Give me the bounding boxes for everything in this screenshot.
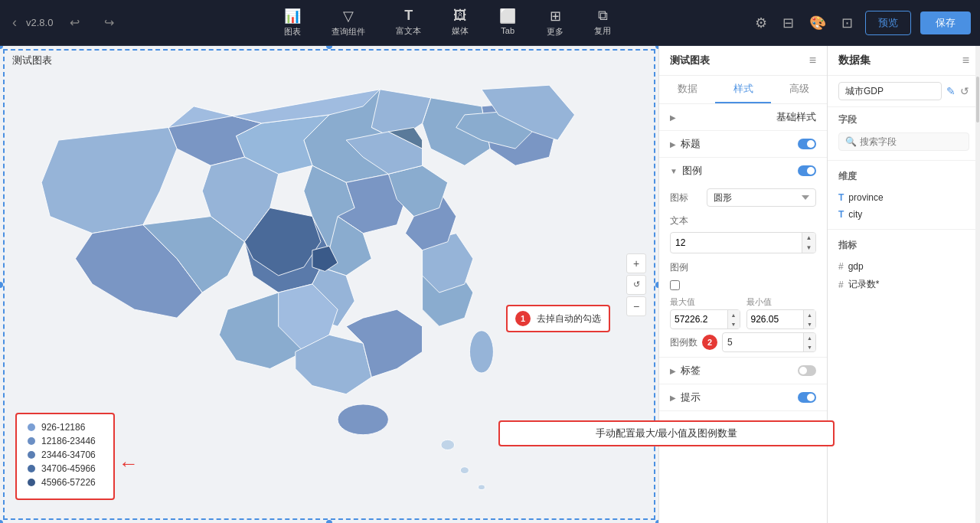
- legend-item-1: 926-12186: [28, 422, 103, 433]
- section-basic-style-header[interactable]: ▶ 基础样式: [659, 104, 827, 130]
- minmax-row: 最大值 ▲ ▼ 最小值: [670, 296, 816, 329]
- toolbar-media-label: 媒体: [452, 25, 469, 37]
- back-button[interactable]: ‹: [9, 11, 20, 34]
- redo-button[interactable]: ↪: [100, 12, 119, 33]
- zoom-out-button[interactable]: −: [626, 296, 646, 316]
- text-spin-down[interactable]: ▼: [802, 243, 815, 253]
- toolbar-tab[interactable]: ⬜ Tab: [493, 5, 522, 41]
- handle-tl[interactable]: [0, 46, 3, 49]
- toolbar-richtext[interactable]: T 富文本: [390, 5, 427, 41]
- toolbar-more[interactable]: ⊞ 更多: [541, 5, 570, 41]
- handle-bc[interactable]: [326, 520, 332, 523]
- icon-select[interactable]: 圆形: [707, 188, 816, 207]
- section-legend-header[interactable]: ▼ 图例: [659, 158, 827, 184]
- count-spin-down[interactable]: ▼: [803, 342, 815, 351]
- count-input[interactable]: [723, 335, 803, 350]
- preview-icon[interactable]: ⊡: [838, 11, 856, 34]
- dataset-refresh-icon[interactable]: ↺: [960, 85, 969, 97]
- toolbar-reuse-label: 复用: [594, 25, 611, 37]
- auto-label: 自动: [684, 277, 709, 293]
- svg-marker-7: [41, 128, 177, 234]
- legend-item-5: 45966-57226: [28, 477, 103, 488]
- text-spin-up[interactable]: ▲: [802, 233, 815, 243]
- section-tags-header[interactable]: ▶ 标签: [659, 358, 827, 384]
- legend-item-3: 23446-34706: [28, 449, 103, 460]
- max-spin-up[interactable]: ▲: [727, 310, 740, 319]
- hint-toggle[interactable]: [798, 392, 816, 403]
- count-spin-up[interactable]: ▲: [803, 333, 815, 342]
- hint-label: 提示: [681, 391, 701, 404]
- expand-icon-tags: ▶: [670, 367, 676, 375]
- toolbar-query[interactable]: ▽ 查询组件: [325, 5, 371, 41]
- legend-dot-3: [28, 451, 35, 459]
- toolbar-chart-label: 图表: [284, 26, 301, 38]
- toolbar-more-label: 更多: [547, 26, 564, 38]
- min-input[interactable]: [747, 312, 804, 327]
- max-input[interactable]: [671, 312, 727, 327]
- title-toggle[interactable]: [798, 139, 816, 149]
- min-spin-down[interactable]: ▼: [803, 319, 815, 329]
- toolbar-reuse[interactable]: ⧉ 复用: [588, 5, 617, 41]
- search-field-input[interactable]: [860, 136, 962, 147]
- section-hint-header[interactable]: ▶ 提示: [659, 384, 827, 410]
- settings-icon[interactable]: ⚙: [752, 11, 770, 34]
- toolbar-right: ⚙ ⊟ 🎨 ⊡ 预览 保存: [752, 11, 971, 35]
- min-spin-up[interactable]: ▲: [803, 310, 815, 319]
- handle-ml[interactable]: [0, 282, 3, 288]
- basic-style-label: 基础样式: [776, 110, 816, 124]
- text-size-input[interactable]: [671, 234, 802, 251]
- title-section-label: 标题: [681, 137, 701, 151]
- zoom-refresh-button[interactable]: ↺: [626, 275, 646, 295]
- metric-text-gdp: gdp: [848, 261, 864, 272]
- search-field-box: 🔍: [838, 132, 969, 151]
- legend-range-3: 23446-34706: [41, 449, 96, 460]
- legend-auto-row: 图例: [670, 261, 816, 274]
- zoom-in-button[interactable]: +: [626, 253, 646, 273]
- tab-style[interactable]: 样式: [715, 76, 771, 103]
- max-spin-down[interactable]: ▼: [727, 319, 740, 329]
- min-input-wrap: ▲ ▼: [746, 309, 817, 329]
- undo-redo-group: ↩ ↪: [65, 12, 131, 33]
- metric-count: # 记录数*: [838, 275, 969, 294]
- dataset-scrollbar[interactable]: [975, 46, 980, 523]
- preview-button[interactable]: 预览: [865, 11, 911, 35]
- toolbar-chart[interactable]: 📊 图表: [278, 5, 307, 41]
- chart-panel-menu-icon[interactable]: ≡: [809, 54, 816, 67]
- max-label: 最大值: [670, 296, 740, 308]
- dataset-panel: 数据集 ≡ 城市GDP ✎ ↺ 字段 🔍 维度 T province: [827, 46, 980, 523]
- dataset-select[interactable]: 城市GDP: [838, 82, 942, 100]
- dataset-edit-icon[interactable]: ✎: [946, 85, 956, 97]
- legend-dot-1: [28, 423, 35, 431]
- legend-dot-4: [28, 465, 35, 472]
- legend-toggle[interactable]: [798, 165, 816, 176]
- dataset-menu-icon[interactable]: ≡: [962, 54, 969, 67]
- handle-tc[interactable]: [326, 46, 332, 49]
- tab-data[interactable]: 数据: [659, 76, 715, 103]
- chart-panel-body: ▶ 基础样式 ▶ 标题 ▼ 图例: [659, 104, 827, 523]
- legend-item-4: 34706-45966: [28, 463, 103, 474]
- handle-bl[interactable]: [0, 520, 3, 523]
- save-button[interactable]: 保存: [920, 11, 971, 34]
- undo-button[interactable]: ↩: [65, 12, 84, 33]
- auto-checkbox[interactable]: [670, 280, 680, 290]
- section-tags: ▶ 标签: [659, 358, 827, 384]
- toolbar-media[interactable]: 🖼 媒体: [446, 5, 475, 41]
- search-field-row: 🔍: [828, 129, 980, 157]
- chart-settings-panel: 测试图表 ≡ 数据 样式 高级 ▶ 基础样式 ▶ 标题: [658, 46, 827, 523]
- dimension-section: T province T city: [828, 186, 980, 226]
- tab-advanced[interactable]: 高级: [771, 76, 827, 103]
- icon-field-row: 图标 圆形: [659, 184, 827, 211]
- reuse-icon: ⧉: [598, 8, 608, 24]
- layout-icon[interactable]: ⊟: [779, 11, 797, 34]
- theme-icon[interactable]: 🎨: [806, 11, 829, 34]
- tags-toggle[interactable]: [798, 365, 816, 376]
- dimension-text-city: city: [848, 209, 862, 220]
- section-title-header[interactable]: ▶ 标题: [659, 131, 827, 157]
- auto-checkbox-row: 自动: [670, 277, 816, 293]
- dimension-section-label: 维度: [828, 164, 980, 186]
- text-num-input-group: ▲ ▼: [670, 232, 816, 253]
- toolbar-query-label: 查询组件: [332, 26, 365, 38]
- svg-point-29: [469, 331, 493, 373]
- callout-annotation-1: 1 去掉自动的勾选: [506, 305, 610, 332]
- filter-icon: ▽: [343, 8, 354, 25]
